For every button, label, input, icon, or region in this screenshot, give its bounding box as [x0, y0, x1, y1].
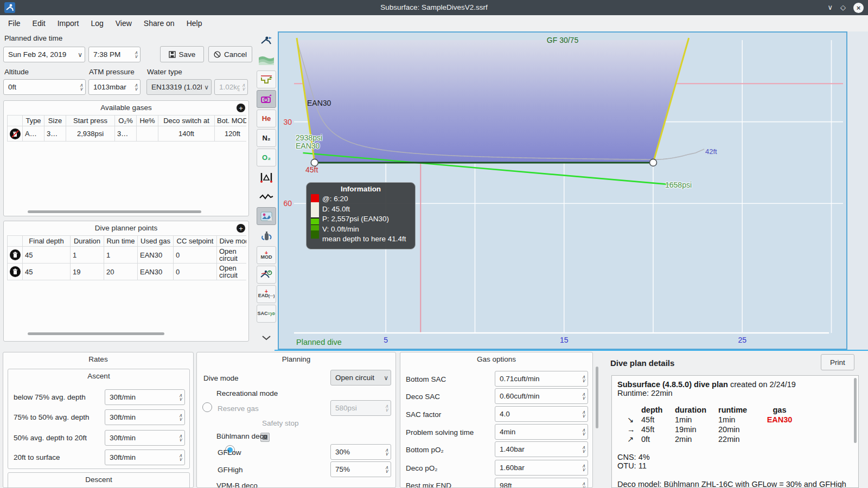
ead-icon[interactable]: +EAD(···)	[257, 285, 276, 303]
tank-bar-icon[interactable]	[257, 227, 276, 245]
points-col-delete[interactable]	[8, 236, 23, 247]
add-point-button[interactable]: +	[237, 224, 245, 233]
points-col-runtime[interactable]: Run time	[104, 236, 138, 247]
altitude-spinbox[interactable]: 0ft∧∨	[3, 79, 86, 95]
planning-panel: Planning Dive mode Open circuit∨ Recreat…	[196, 352, 396, 488]
plan-row: → 45ft 19min 20min	[627, 425, 799, 434]
points-col-divemode[interactable]: Dive mode	[217, 236, 247, 247]
chart-bottom-splitter[interactable]	[275, 350, 868, 351]
menu-help[interactable]: Help	[181, 15, 208, 31]
descent-gas-label: EAN30	[307, 99, 331, 107]
planner-point-row[interactable]: 45 1 1 EAN30 0 Open circuit	[8, 247, 247, 264]
dive-plan-text[interactable]: Subsurface (4.8.5.0) dive plan created o…	[611, 375, 859, 488]
gas-table-row[interactable]: A… 3… 2,938psi 3… 140ft 120ft 98ft	[8, 126, 247, 142]
minimize-icon[interactable]: ∨	[827, 3, 833, 12]
toolbar-scroll-down-icon[interactable]	[257, 329, 276, 346]
gases-col-type[interactable]: Type	[23, 115, 44, 126]
gfhigh-spinbox[interactable]: 75%∧∨	[330, 461, 391, 477]
points-hscrollbar[interactable]	[28, 332, 164, 335]
vpmb-deco-label: VPM-B deco	[216, 481, 258, 488]
plan-row: ↘ 45ft 1min 1min EAN30	[627, 415, 799, 425]
points-col-ccsetpoint[interactable]: CC setpoint	[174, 236, 217, 247]
waves-icon[interactable]	[257, 51, 276, 69]
water-type-label: Water type	[147, 68, 182, 76]
dive-mode-icon[interactable]	[257, 31, 276, 49]
plan-cns: CNS: 4%	[617, 453, 853, 461]
points-col-duration[interactable]: Duration	[71, 236, 104, 247]
sac-factor-label: SAC factor	[406, 410, 441, 419]
delete-point-icon[interactable]	[10, 266, 21, 277]
information-tooltip: Information @: 6:20 D: 45.0ft P: 2,557ps…	[306, 182, 416, 249]
save-button[interactable]: Save	[160, 46, 204, 62]
gflow-spinbox[interactable]: 30%∧∨	[330, 444, 391, 460]
points-col-usedgas[interactable]: Used gas	[138, 236, 174, 247]
ascent-rate-label: below 75% avg. depth	[14, 393, 86, 401]
best-mix-end-spinbox[interactable]: 98ft∧∨	[495, 478, 588, 488]
gases-col-startpress[interactable]: Start press	[66, 115, 115, 126]
dive-planner-points-title: Dive planner points +	[4, 221, 248, 235]
dive-time-spinbox[interactable]: 7:38 PM∧∨	[88, 47, 141, 62]
ascent-rate-20ft-spinbox[interactable]: 30ft/min∧∨	[105, 430, 185, 446]
cancel-button[interactable]: Cancel	[208, 46, 252, 62]
gases-hscrollbar[interactable]	[28, 210, 201, 213]
bottom-sac-label: Bottom SAC	[406, 375, 446, 383]
mod-icon[interactable]: +MOD	[257, 246, 276, 264]
bottom-po2-spinbox[interactable]: 1.40bar∧∨	[495, 441, 588, 457]
ruler-icon[interactable]	[257, 168, 276, 186]
menu-edit[interactable]: Edit	[27, 15, 52, 31]
sac-rate-icon[interactable]: SAC≡)⊙	[257, 305, 276, 323]
photos-icon[interactable]	[257, 207, 276, 225]
menu-share-on[interactable]: Share on	[138, 15, 181, 31]
chevron-down-icon: ∨	[78, 51, 82, 59]
dive-mode-combo[interactable]: Open circuit∨	[330, 370, 391, 386]
close-icon[interactable]: ×	[853, 3, 864, 13]
profile-toolbar: He N₂ O₂ +MOD +EAD(···) SAC≡)⊙	[255, 31, 278, 350]
points-col-finaldepth[interactable]: Final depth	[23, 236, 71, 247]
gases-col-decoswitch[interactable]: Deco switch at	[158, 115, 215, 126]
deco-sac-spinbox[interactable]: 0.60cuft/min∧∨	[495, 388, 588, 404]
ascent-rate-50-spinbox[interactable]: 30ft/min∧∨	[105, 409, 185, 425]
menu-view[interactable]: View	[110, 15, 138, 31]
add-gas-button[interactable]: +	[237, 104, 245, 112]
svg-text:15: 15	[560, 336, 569, 344]
problem-solving-time-spinbox[interactable]: 4min∧∨	[495, 424, 588, 440]
sac-factor-spinbox[interactable]: 4.0∧∨	[495, 406, 588, 422]
o2-partial-pressure-icon[interactable]: O₂	[257, 149, 276, 166]
plan-text-scrollbar[interactable]	[854, 378, 857, 443]
dive-plan-details-title: Dive plan details	[610, 358, 674, 368]
details-left-scrollbar[interactable]	[596, 367, 598, 428]
print-button[interactable]: Print	[821, 354, 854, 370]
ascent-rate-surface-spinbox[interactable]: 30ft/min∧∨	[105, 450, 185, 465]
safety-stop-label: Safety stop	[262, 419, 299, 427]
dive-date-combo[interactable]: Sun Feb 24, 2019∨	[3, 47, 85, 62]
he-partial-pressure-icon[interactable]: He	[257, 110, 276, 127]
tooltip-title: Information	[311, 185, 411, 193]
deco-time-icon[interactable]	[257, 90, 276, 108]
gases-col-delete[interactable]	[8, 115, 23, 126]
heart-rate-icon[interactable]	[257, 188, 276, 206]
maximize-icon[interactable]: ◇	[840, 3, 846, 12]
delete-gas-icon[interactable]	[10, 129, 21, 139]
dive-profile-chart[interactable]: 515253060 GF 30/75 EAN30 2938psi EAN30 4…	[278, 31, 847, 350]
ndl-time-icon[interactable]	[257, 266, 276, 284]
gases-col-o2[interactable]: O₂%	[115, 115, 137, 126]
bottom-sac-spinbox[interactable]: 0.71cuft/min∧∨	[495, 371, 588, 387]
end-pressure-label: 1658psi	[665, 181, 692, 189]
menu-import[interactable]: Import	[52, 15, 85, 31]
menu-file[interactable]: File	[2, 15, 27, 31]
gases-col-botmod[interactable]: Bot. MOD	[215, 115, 247, 126]
velocity-colorbar-icon	[311, 194, 319, 245]
menu-log[interactable]: Log	[85, 15, 109, 31]
n2-partial-pressure-icon[interactable]: N₂	[257, 129, 276, 147]
delete-point-icon[interactable]	[10, 249, 21, 260]
water-type-combo[interactable]: EN13319 (1.02k∨	[146, 79, 212, 95]
gases-col-he[interactable]: He%	[137, 115, 158, 126]
planner-point-row[interactable]: 45 19 20 EAN30 0 Open circuit	[8, 264, 247, 280]
atm-pressure-spinbox[interactable]: 1013mbar∧∨	[88, 79, 141, 95]
deco-po2-label: Deco pO₂	[406, 464, 438, 472]
deco-po2-spinbox[interactable]: 1.60bar∧∨	[495, 460, 588, 476]
gases-col-size[interactable]: Size	[44, 115, 66, 126]
recreational-mode-radio[interactable]	[202, 402, 212, 412]
ascent-rate-75-spinbox[interactable]: 30ft/min∧∨	[105, 389, 185, 405]
ceiling-icon[interactable]	[257, 70, 276, 88]
